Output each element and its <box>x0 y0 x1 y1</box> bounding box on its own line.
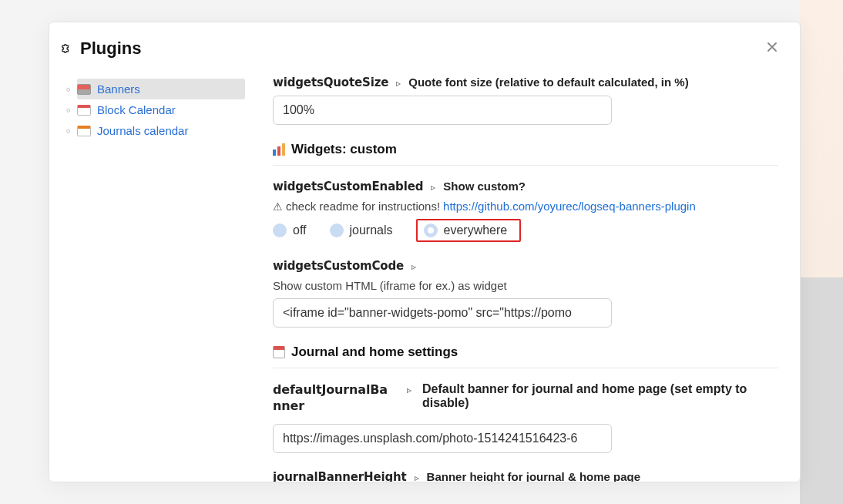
setting-key: widgetsQuoteSize <box>273 76 388 89</box>
radio-group-custom-enabled: off journals everywhere <box>273 219 778 242</box>
modal-header: Plugins <box>49 22 800 68</box>
setting-key: widgetsCustomCode <box>273 259 404 273</box>
sidebar-item-journals-calendar[interactable]: Journals calendar <box>77 120 245 141</box>
radio-icon <box>424 223 438 237</box>
radio-option-off[interactable]: off <box>273 219 314 242</box>
setting-label-row: widgetsCustomCode ▹ <box>273 259 778 273</box>
sidebar-item-label: Block Calendar <box>97 103 176 116</box>
default-journal-banner-input[interactable] <box>273 424 612 453</box>
sidebar-item-banners[interactable]: Banners <box>77 79 245 99</box>
radio-option-journals[interactable]: journals <box>330 219 401 242</box>
caret-icon: ▹ <box>407 382 411 395</box>
setting-quote-size: widgetsQuoteSize ▹ Quote font size (rela… <box>273 76 778 125</box>
caret-icon: ▹ <box>431 182 435 193</box>
puzzle-icon <box>60 42 74 55</box>
bar-chart-icon <box>273 143 285 156</box>
radio-option-everywhere[interactable]: everywhere <box>416 219 522 242</box>
modal-title-text: Plugins <box>80 39 141 59</box>
sidebar-list: Banners Block Calendar Journals calendar <box>66 79 245 141</box>
modal-body: Banners Block Calendar Journals calendar… <box>49 68 800 482</box>
setting-journal-banner-height: journalBannerHeight ▹ Banner height for … <box>273 470 778 482</box>
caret-icon: ▹ <box>396 78 401 89</box>
radio-icon <box>273 223 287 237</box>
backdrop <box>800 0 843 504</box>
calendar-icon <box>77 105 91 116</box>
settings-content[interactable]: widgetsQuoteSize ▹ Quote font size (rela… <box>251 68 800 482</box>
radio-label: everywhere <box>444 223 508 237</box>
setting-help: ⚠ check readme for instructions! https:/… <box>273 200 778 213</box>
help-text: check readme for instructions! <box>286 200 440 213</box>
custom-code-input[interactable] <box>273 298 612 328</box>
setting-label-row: defaultJournalBanner ▹ Default banner fo… <box>273 382 778 415</box>
caret-icon: ▹ <box>411 261 416 272</box>
section-heading-text: Journal and home settings <box>291 344 458 360</box>
radio-label: off <box>293 223 307 237</box>
setting-key: widgetsCustomEnabled <box>273 180 423 193</box>
setting-custom-code: widgetsCustomCode ▹ Show custom HTML (if… <box>273 259 778 328</box>
setting-default-journal-banner: defaultJournalBanner ▹ Default banner fo… <box>273 382 778 453</box>
caret-icon: ▹ <box>415 472 419 482</box>
setting-label-row: journalBannerHeight ▹ Banner height for … <box>273 470 778 482</box>
calendar-icon <box>77 126 91 136</box>
radio-label: journals <box>350 223 393 237</box>
setting-desc: Quote font size (relative to default cal… <box>408 76 688 89</box>
readme-link[interactable]: https://github.com/yoyurec/logseq-banner… <box>443 200 696 213</box>
setting-key: journalBannerHeight <box>273 470 407 482</box>
close-button[interactable] <box>761 36 783 60</box>
sidebar-item-label: Banners <box>97 82 140 96</box>
warning-icon: ⚠ <box>273 200 283 213</box>
radio-icon <box>330 223 344 237</box>
sidebar-item-label: Journals calendar <box>97 124 188 137</box>
modal-title: Plugins <box>60 39 141 59</box>
banners-icon <box>77 84 91 95</box>
section-heading-text: Widgets: custom <box>291 142 397 157</box>
plugin-sidebar: Banners Block Calendar Journals calendar <box>49 68 251 482</box>
setting-label-row: widgetsQuoteSize ▹ Quote font size (rela… <box>273 76 778 89</box>
setting-desc: Show custom? <box>443 180 526 193</box>
section-heading-journal: Journal and home settings <box>273 344 778 368</box>
setting-key: defaultJournalBanner <box>273 382 396 415</box>
section-heading-widgets-custom: Widgets: custom <box>273 142 778 166</box>
setting-help: Show custom HTML (iframe for ex.) as wid… <box>273 279 778 292</box>
setting-custom-enabled: widgetsCustomEnabled ▹ Show custom? ⚠ ch… <box>273 180 778 242</box>
plugins-settings-modal: Plugins Banners Block Calendar Jour <box>49 22 801 482</box>
calendar-icon <box>273 346 285 358</box>
close-icon <box>764 39 780 55</box>
setting-desc: Default banner for journal and home page… <box>422 382 778 410</box>
setting-desc: Banner height for journal & home page <box>427 470 641 482</box>
sidebar-item-block-calendar[interactable]: Block Calendar <box>77 99 245 120</box>
setting-label-row: widgetsCustomEnabled ▹ Show custom? <box>273 180 778 193</box>
help-text: Show custom HTML (iframe for ex.) as wid… <box>273 279 507 292</box>
quote-size-input[interactable] <box>273 96 612 125</box>
